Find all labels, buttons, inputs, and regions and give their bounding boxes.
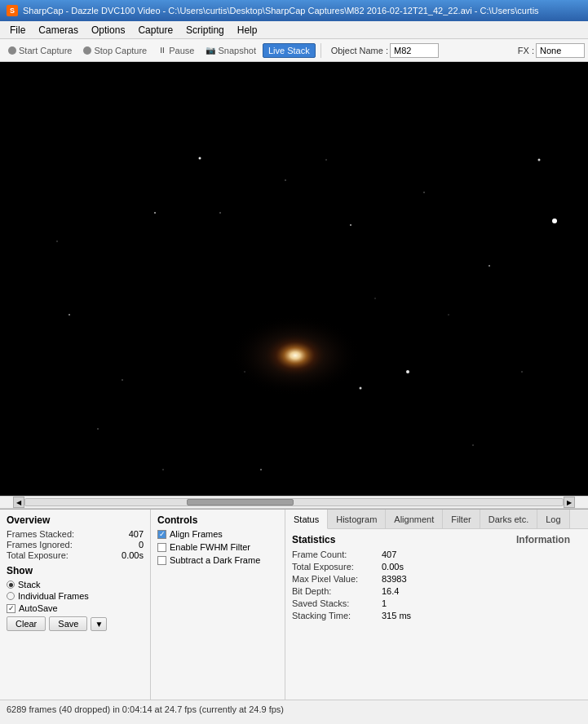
scroll-left-arrow[interactable]: ◀ xyxy=(13,497,24,508)
autosave-label: AutoSave xyxy=(19,603,58,613)
tab-log[interactable]: Log xyxy=(537,510,569,528)
svg-rect-0 xyxy=(0,62,588,496)
frames-ignored-value: 0 xyxy=(139,540,144,550)
max-pixel-value: 83983 xyxy=(382,574,407,584)
stop-capture-icon xyxy=(83,46,91,55)
svg-point-23 xyxy=(374,298,376,299)
object-name-input[interactable] xyxy=(390,43,439,58)
image-area xyxy=(0,62,588,496)
start-capture-button[interactable]: Start Capture xyxy=(3,44,77,57)
svg-point-8 xyxy=(350,224,351,226)
enable-fwhm-checkbox[interactable]: Enable FWHM Filter xyxy=(157,542,278,552)
total-exposure-value: 0.00s xyxy=(122,550,144,560)
tab-histogram[interactable]: Histogram xyxy=(328,510,386,528)
show-radio-group: Stack Individual Frames xyxy=(7,580,144,601)
save-dropdown-button[interactable]: ▼ xyxy=(91,617,107,631)
menu-bar: File Cameras Options Capture Scripting H… xyxy=(0,21,588,39)
tab-bar: Status Histogram Alignment Filter Darks … xyxy=(285,510,588,529)
frames-stacked-row: Frames Stacked: 407 xyxy=(7,529,144,539)
svg-point-16 xyxy=(97,428,99,430)
stack-radio[interactable]: Stack xyxy=(7,580,144,589)
tab-filter[interactable]: Filter xyxy=(443,510,480,528)
toolbar: Start Capture Stop Capture ⏸ Pause 📷 Sna… xyxy=(0,39,588,62)
stop-capture-button[interactable]: Stop Capture xyxy=(78,44,152,57)
bit-depth-value: 16.4 xyxy=(382,586,399,596)
pause-button[interactable]: ⏸ Pause xyxy=(153,44,199,57)
svg-point-6 xyxy=(219,212,221,214)
start-capture-icon xyxy=(8,46,16,55)
scroll-right-arrow[interactable]: ▶ xyxy=(564,497,575,508)
menu-capture[interactable]: Capture xyxy=(131,23,179,38)
stat-total-exposure-value: 0.00s xyxy=(382,562,404,572)
total-exposure-label: Total Exposure: xyxy=(7,550,69,560)
menu-scripting[interactable]: Scripting xyxy=(179,23,231,38)
scrollbar-track[interactable] xyxy=(24,498,564,506)
status-bar: 6289 frames (40 dropped) in 0:04:14 at 2… xyxy=(0,700,588,717)
autosave-checkbox[interactable]: ✓ AutoSave xyxy=(7,603,144,613)
saved-stacks-label: Saved Stacks: xyxy=(292,598,382,608)
fx-input[interactable] xyxy=(536,43,585,58)
bit-depth-row: Bit Depth: 16.4 xyxy=(292,586,516,596)
action-buttons: Clear Save ▼ xyxy=(7,616,144,631)
object-name-label: Object Name : xyxy=(331,46,388,55)
tab-alignment[interactable]: Alignment xyxy=(386,510,443,528)
frame-count-label: Frame Count: xyxy=(292,550,382,559)
pause-icon: ⏸ xyxy=(158,46,166,55)
saved-stacks-value: 1 xyxy=(382,598,387,608)
stacking-time-row: Stacking Time: 315 ms xyxy=(292,611,516,620)
menu-cameras[interactable]: Cameras xyxy=(32,23,85,38)
individual-frames-radio[interactable]: Individual Frames xyxy=(7,591,144,601)
total-exposure-row: Total Exposure: 0.00s xyxy=(7,550,144,560)
snapshot-button[interactable]: 📷 Snapshot xyxy=(201,44,260,57)
stat-total-exposure-row: Total Exposure: 0.00s xyxy=(292,562,516,572)
subtract-dark-checkbox[interactable]: Subtract a Dark Frame xyxy=(157,555,278,565)
horizontal-scrollbar[interactable]: ◀ ▶ xyxy=(0,496,588,509)
scrollbar-thumb[interactable] xyxy=(187,499,294,505)
frames-stacked-label: Frames Stacked: xyxy=(7,529,74,539)
tab-status[interactable]: Status xyxy=(285,510,328,529)
fx-label: FX : xyxy=(518,46,534,55)
save-button[interactable]: Save xyxy=(49,616,87,631)
stack-label: Stack xyxy=(18,580,41,589)
menu-help[interactable]: Help xyxy=(231,23,264,38)
svg-point-12 xyxy=(122,379,123,381)
max-pixel-row: Max Pixel Value: 83983 xyxy=(292,574,516,584)
live-stack-button[interactable]: Live Stack xyxy=(263,43,316,58)
autosave-checkbox-box: ✓ xyxy=(7,604,15,613)
bit-depth-label: Bit Depth: xyxy=(292,586,382,596)
svg-point-14 xyxy=(360,387,362,390)
app-icon: S xyxy=(7,5,18,16)
align-frames-checkbox[interactable]: ✓ Align Frames xyxy=(157,529,278,539)
svg-point-7 xyxy=(285,179,286,181)
menu-file[interactable]: File xyxy=(3,23,32,38)
enable-fwhm-checkbox-box xyxy=(157,543,166,552)
svg-point-2 xyxy=(263,333,328,378)
align-frames-checkbox-box: ✓ xyxy=(157,530,166,539)
tab-content-status: Statistics Frame Count: 407 Total Exposu… xyxy=(285,529,588,700)
image-canvas xyxy=(0,62,588,496)
overview-title: Overview xyxy=(7,514,144,526)
svg-point-19 xyxy=(521,371,523,373)
information-col: Information xyxy=(516,534,581,695)
right-panel: Status Histogram Alignment Filter Darks … xyxy=(285,510,588,700)
svg-point-21 xyxy=(325,159,327,161)
stack-radio-circle xyxy=(7,581,15,589)
stacking-time-label: Stacking Time: xyxy=(292,611,382,620)
max-pixel-label: Max Pixel Value: xyxy=(292,574,382,584)
controls-title: Controls xyxy=(157,514,278,526)
svg-point-18 xyxy=(260,469,262,470)
clear-button[interactable]: Clear xyxy=(7,616,46,631)
stat-total-exposure-label: Total Exposure: xyxy=(292,562,382,572)
svg-point-15 xyxy=(552,219,557,223)
align-frames-label: Align Frames xyxy=(170,529,223,539)
enable-fwhm-label: Enable FWHM Filter xyxy=(170,542,250,552)
subtract-dark-label: Subtract a Dark Frame xyxy=(170,555,260,565)
left-panel: Overview Frames Stacked: 407 Frames Igno… xyxy=(0,510,151,700)
svg-point-22 xyxy=(162,469,164,470)
svg-point-25 xyxy=(448,314,449,316)
title-bar: S SharpCap - Dazzle DVC100 Video - C:\Us… xyxy=(0,0,588,21)
svg-point-5 xyxy=(154,212,156,214)
tab-darks[interactable]: Darks etc. xyxy=(480,510,538,528)
menu-options[interactable]: Options xyxy=(85,23,131,38)
svg-point-24 xyxy=(244,371,245,373)
